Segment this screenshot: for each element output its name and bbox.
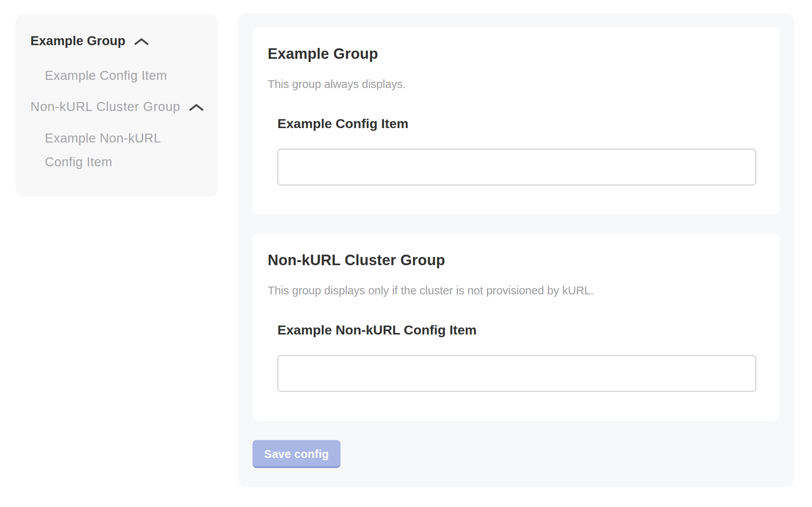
- group-title: Non-kURL Cluster Group: [268, 252, 756, 269]
- config-item-label: Example Non-kURL Config Item: [277, 322, 756, 338]
- group-title: Example Group: [268, 45, 756, 62]
- config-nav-sidebar: Example Group Example Config Item Non-kU…: [16, 14, 217, 197]
- group-description: This group always displays.: [268, 77, 756, 91]
- sidebar-group-example-group[interactable]: Example Group: [30, 33, 207, 49]
- config-item: Example Config Item: [277, 115, 756, 185]
- save-config-button[interactable]: Save config: [252, 440, 341, 468]
- group-description: This group displays only if the cluster …: [268, 283, 756, 298]
- config-group-card-example-group: Example Group This group always displays…: [252, 27, 780, 214]
- config-item: Example Non-kURL Config Item: [277, 322, 756, 392]
- chevron-up-icon[interactable]: [188, 104, 205, 112]
- sidebar-group-label: Non-kURL Cluster Group: [30, 99, 180, 114]
- config-panel: Example Group This group always displays…: [238, 13, 794, 487]
- config-group-card-non-kurl-cluster-group: Non-kURL Cluster Group This group displa…: [252, 234, 780, 421]
- sidebar-item-example-config-item[interactable]: Example Config Item: [45, 63, 207, 87]
- chevron-up-icon[interactable]: [133, 38, 150, 46]
- sidebar-item-example-non-kurl-config-item[interactable]: Example Non-kURL Config Item: [45, 126, 169, 174]
- sidebar-group-non-kurl-cluster-group[interactable]: Non-kURL Cluster Group: [30, 99, 207, 114]
- config-item-label: Example Config Item: [277, 115, 756, 132]
- sidebar-group-label: Example Group: [30, 33, 125, 49]
- example-non-kurl-config-item-input[interactable]: [277, 355, 756, 392]
- example-config-item-input[interactable]: [277, 149, 756, 185]
